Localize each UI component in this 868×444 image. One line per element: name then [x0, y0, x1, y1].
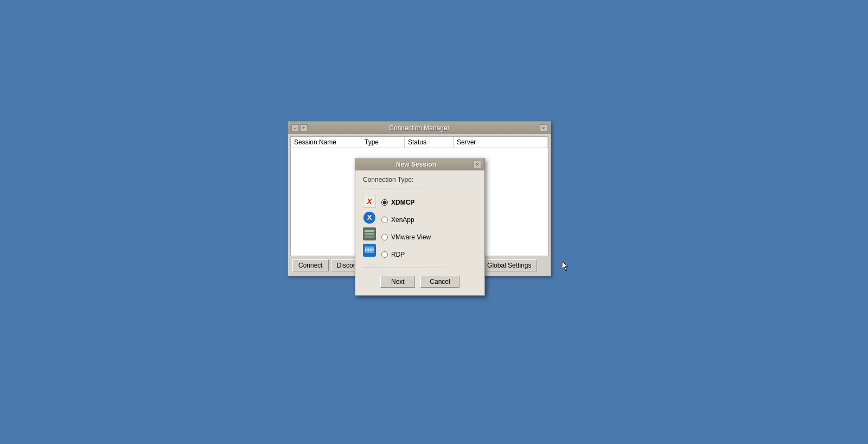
radio-xdmcp[interactable]: [381, 199, 388, 206]
label-rdp: RDP: [391, 251, 405, 258]
dialog-title: New Session: [359, 161, 474, 168]
svg-marker-12: [562, 262, 568, 271]
svg-text:X: X: [367, 213, 372, 221]
global-settings-button[interactable]: Global Settings: [481, 259, 537, 271]
maximize-button[interactable]: +: [300, 124, 308, 132]
mouse-cursor: [562, 262, 569, 271]
new-session-dialog: New Session × Connection Type: X: [355, 158, 485, 296]
desktop: − + Connection Manager × Session Name Ty…: [0, 0, 868, 444]
minimize-button[interactable]: −: [291, 124, 299, 132]
svg-text:X: X: [366, 197, 373, 206]
window-titlebar: − + Connection Manager ×: [288, 122, 551, 134]
svg-rect-7: [365, 236, 374, 238]
radio-xenapp[interactable]: [381, 217, 388, 223]
cancel-button[interactable]: Cancel: [420, 276, 459, 288]
xdmcp-icon: X: [363, 195, 376, 208]
options-column: XDMCP XenApp VMware View R: [381, 195, 431, 261]
xenapp-icon: X: [363, 211, 376, 224]
connect-button[interactable]: Connect: [292, 259, 329, 271]
vmware-icon: [363, 227, 376, 240]
rdp-icon: RDP: [363, 244, 376, 257]
section-title: Connection Type:: [363, 176, 477, 183]
label-xdmcp: XDMCP: [391, 199, 414, 206]
window-title: Connection Manager: [313, 124, 526, 132]
separator-bottom: [363, 268, 477, 268]
close-button[interactable]: ×: [540, 124, 547, 132]
col-type: Type: [361, 137, 405, 148]
col-server: Server: [454, 137, 548, 148]
separator: [363, 188, 477, 188]
radio-row-rdp: RDP: [381, 248, 431, 261]
table-header: Session Name Type Status Server: [290, 136, 548, 148]
col-status: Status: [405, 137, 454, 148]
icons-column: X X: [363, 195, 376, 257]
label-vmware: VMware View: [391, 233, 431, 241]
radio-rdp[interactable]: [381, 251, 388, 258]
radio-vmware[interactable]: [381, 234, 388, 240]
radio-row-xdmcp: XDMCP: [381, 196, 431, 209]
connection-options: X X: [363, 195, 477, 261]
svg-rect-6: [365, 233, 374, 235]
radio-row-xenapp: XenApp: [381, 213, 431, 226]
dialog-buttons: Next Cancel: [363, 276, 477, 290]
radio-row-vmware: VMware View: [381, 231, 431, 244]
dialog-close-button[interactable]: ×: [474, 161, 481, 168]
dialog-content: Connection Type: X: [355, 170, 484, 295]
dialog-titlebar: New Session ×: [355, 158, 484, 170]
next-button[interactable]: Next: [380, 276, 415, 288]
col-session-name: Session Name: [291, 137, 361, 148]
svg-rect-5: [365, 230, 374, 232]
label-xenapp: XenApp: [391, 216, 414, 224]
svg-text:RDP: RDP: [365, 248, 375, 252]
